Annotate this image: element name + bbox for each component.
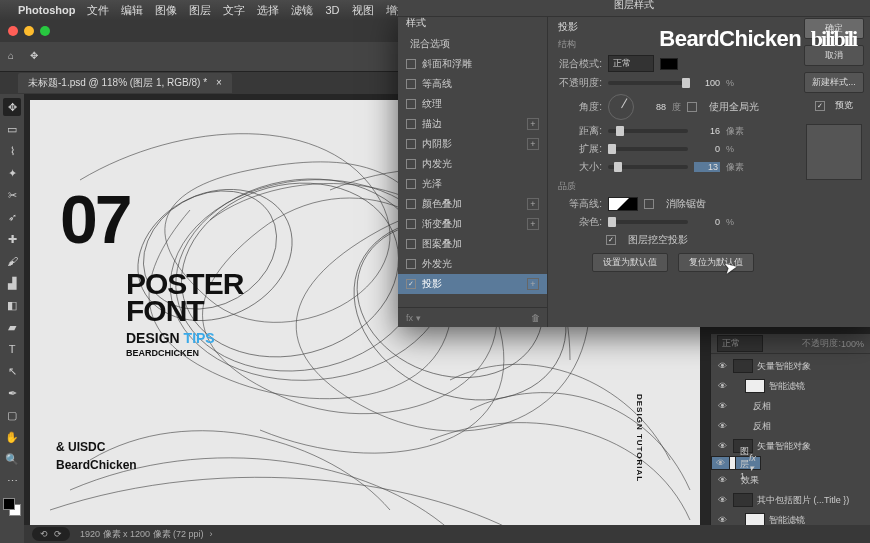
add-icon[interactable]: + [527,118,539,130]
contour-picker[interactable] [608,197,638,211]
aa-checkbox[interactable] [644,199,654,209]
add-icon[interactable]: + [527,218,539,230]
visibility-icon[interactable]: 👁 [715,515,729,525]
trash-icon[interactable]: 🗑 [531,313,540,323]
shape-tool[interactable]: ▢ [3,406,21,424]
lasso-tool[interactable]: ⌇ [3,142,21,160]
add-icon[interactable]: + [527,278,539,290]
style-checkbox[interactable] [406,219,416,229]
path-tool[interactable]: ↖ [3,362,21,380]
style-row-10[interactable]: 外发光 [398,254,547,274]
size-slider[interactable] [608,165,688,169]
style-checkbox[interactable] [406,239,416,249]
color-swatch[interactable] [3,498,21,516]
blend-mode-select[interactable]: 正常 [717,335,763,352]
fx-badge[interactable]: fx ▾ [749,453,756,473]
visibility-icon[interactable]: 👁 [715,421,729,431]
chevron-right-icon[interactable]: › [210,529,213,539]
noise-slider[interactable] [608,220,688,224]
close-window[interactable] [8,26,18,36]
visibility-icon[interactable]: 👁 [715,381,729,391]
app-name[interactable]: Photoshop [18,4,75,16]
layer-row[interactable]: 👁效果 [711,470,870,490]
blend-mode-select[interactable]: 正常 [608,55,654,72]
fx-icon[interactable]: fx ▾ [406,313,421,323]
reset-default-button[interactable]: 复位为默认值 [678,253,754,272]
new-style-button[interactable]: 新建样式... [804,72,864,93]
nav-arrows[interactable]: ⟲⟳ [32,527,70,541]
style-checkbox[interactable] [406,159,416,169]
style-row-5[interactable]: 内发光 [398,154,547,174]
knockout-checkbox[interactable] [606,235,616,245]
type-tool[interactable]: T [3,340,21,358]
menu-filter[interactable]: 滤镜 [291,3,313,18]
stamp-tool[interactable]: ▟ [3,274,21,292]
layer-row[interactable]: 👁矢量智能对象 [711,356,870,376]
eraser-tool[interactable]: ◧ [3,296,21,314]
style-row-7[interactable]: 颜色叠加+ [398,194,547,214]
make-default-button[interactable]: 设置为默认值 [592,253,668,272]
layer-row[interactable]: 👁智能滤镜 [711,376,870,396]
distance-value[interactable]: 16 [694,126,720,136]
heal-tool[interactable]: ✚ [3,230,21,248]
spread-value[interactable]: 0 [694,144,720,154]
menu-3d[interactable]: 3D [325,4,339,16]
style-checkbox[interactable] [406,259,416,269]
style-row-4[interactable]: 内阴影+ [398,134,547,154]
marquee-tool[interactable]: ▭ [3,120,21,138]
maximize-window[interactable] [40,26,50,36]
crop-tool[interactable]: ✂ [3,186,21,204]
hand-tool[interactable]: ✋ [3,428,21,446]
style-row-2[interactable]: 纹理 [398,94,547,114]
visibility-icon[interactable]: 👁 [715,441,729,451]
menu-type[interactable]: 文字 [223,3,245,18]
move-tool[interactable]: ✥ [3,98,21,116]
opacity-value[interactable]: 100% [841,339,864,349]
global-light-checkbox[interactable] [687,102,697,112]
style-checkbox[interactable] [406,179,416,189]
visibility-icon[interactable]: 👁 [715,475,729,485]
style-row-3[interactable]: 描边+ [398,114,547,134]
opacity-slider[interactable] [608,81,688,85]
brush-tool[interactable]: 🖌 [3,252,21,270]
style-row-0[interactable]: 斜面和浮雕 [398,54,547,74]
angle-value[interactable]: 88 [640,102,666,112]
eyedropper-tool[interactable]: ➶ [3,208,21,226]
wand-tool[interactable]: ✦ [3,164,21,182]
style-checkbox[interactable] [406,139,416,149]
menu-image[interactable]: 图像 [155,3,177,18]
style-row-9[interactable]: 图案叠加 [398,234,547,254]
zoom-tool[interactable]: 🔍 [3,450,21,468]
add-icon[interactable]: + [527,138,539,150]
color-swatch[interactable] [660,58,678,70]
visibility-icon[interactable]: 👁 [716,458,725,468]
move-icon[interactable]: ✥ [30,50,44,64]
style-checkbox[interactable] [406,79,416,89]
distance-slider[interactable] [608,129,688,133]
style-checkbox[interactable] [406,59,416,69]
menu-layer[interactable]: 图层 [189,3,211,18]
spread-slider[interactable] [608,147,688,151]
layer-row[interactable]: 👁其中包括图片 (...Title }) [711,490,870,510]
style-row-1[interactable]: 等高线 [398,74,547,94]
layer-row[interactable]: 👁反相 [711,416,870,436]
menu-select[interactable]: 选择 [257,3,279,18]
visibility-icon[interactable]: 👁 [715,361,729,371]
menu-file[interactable]: 文件 [87,3,109,18]
style-checkbox[interactable] [406,119,416,129]
document-tab[interactable]: 未标题-1.psd @ 118% (图层 1, RGB/8) * × [18,73,232,93]
menu-edit[interactable]: 编辑 [121,3,143,18]
visibility-icon[interactable]: 👁 [715,495,729,505]
size-value[interactable]: 13 [694,162,720,172]
visibility-icon[interactable]: 👁 [715,401,729,411]
blend-options[interactable]: 混合选项 [398,34,547,54]
layer-row[interactable]: 👁反相 [711,396,870,416]
pen-tool[interactable]: ✒ [3,384,21,402]
style-row-8[interactable]: 渐变叠加+ [398,214,547,234]
style-checkbox[interactable] [406,199,416,209]
menu-view[interactable]: 视图 [352,3,374,18]
close-icon[interactable]: × [216,77,222,88]
preview-checkbox[interactable] [815,101,825,111]
layer-row[interactable]: 👁图层 1fx ▾ [711,456,761,470]
angle-dial[interactable] [608,94,634,120]
